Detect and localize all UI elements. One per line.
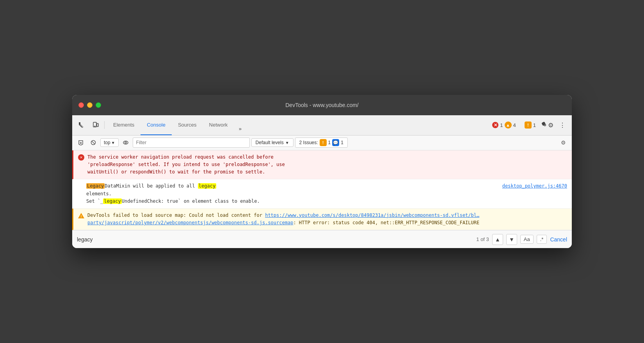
console-content: ✕ The service worker navigation preload … — [72, 150, 572, 230]
tab-bar: Elements Console Sources Network » — [107, 115, 246, 135]
default-levels-label: Default levels — [256, 140, 284, 145]
error-message: ✕ The service worker navigation preload … — [72, 150, 572, 180]
block-icon-button[interactable] — [88, 137, 99, 148]
clear-console-button[interactable] — [75, 137, 86, 148]
tab-console[interactable]: Console — [141, 115, 172, 135]
svg-point-9 — [125, 142, 126, 143]
error-message-text: The service worker navigation preload re… — [87, 154, 285, 175]
console-toolbar: top ▼ Default levels ▼ 2 Issues: ! 1 💬 1… — [72, 136, 572, 150]
settings-button[interactable]: ⚙ — [541, 119, 554, 131]
traffic-lights — [78, 102, 101, 108]
tab-network[interactable]: Network — [203, 115, 234, 135]
file-link[interactable]: desktop_polymer.js:4670 — [502, 182, 567, 190]
issues-chat-badge: 💬 — [332, 139, 339, 146]
match-case-button[interactable]: Aa — [520, 235, 534, 244]
issues-warning-count: 1 — [328, 140, 331, 145]
minimize-button[interactable] — [87, 102, 93, 108]
issue-icon: ! — [525, 121, 532, 129]
tab-sources[interactable]: Sources — [172, 115, 203, 135]
search-count: 1 of 3 — [476, 236, 489, 242]
default-levels-dropdown-icon: ▼ — [285, 141, 289, 145]
error-count-button[interactable]: ✕ 1 ▲ 4 — [489, 120, 519, 130]
issues-label: 2 Issues: — [299, 140, 318, 145]
highlight-legacy-orange: Legacy — [86, 183, 105, 189]
warning-message-body: DevTools failed to load source map: Coul… — [87, 212, 567, 227]
console-settings-button[interactable]: ⚙ — [558, 137, 569, 148]
search-bar: 1 of 3 ▲ ▼ Aa .* Cancel — [72, 230, 572, 248]
context-dropdown-icon: ▼ — [111, 141, 115, 145]
svg-line-7 — [92, 141, 95, 144]
maximize-button[interactable] — [96, 102, 101, 108]
filter-input[interactable] — [133, 138, 250, 148]
inspect-element-button[interactable] — [75, 119, 88, 131]
device-toolbar-button[interactable] — [89, 119, 102, 131]
issues-section: 2 Issues: ! 1 💬 1 — [295, 138, 348, 148]
cancel-search-button[interactable]: Cancel — [550, 236, 567, 243]
error-icon: ✕ — [492, 122, 498, 128]
highlight-legacy-yellow-2: legacy — [103, 198, 121, 204]
warning-message-icon: ! — [78, 213, 84, 219]
info-message-body: LegacyDataMixin will be applied to all l… — [86, 182, 567, 205]
highlight-legacy-yellow-1: legacy — [198, 183, 216, 189]
svg-rect-1 — [97, 123, 98, 127]
warning-message: ! DevTools failed to load source map: Co… — [72, 209, 572, 230]
eye-icon-button[interactable] — [120, 137, 131, 148]
window-title: DevTools - www.youtube.com/ — [285, 102, 359, 108]
close-button[interactable] — [78, 102, 84, 108]
title-bar: DevTools - www.youtube.com/ — [72, 95, 572, 115]
toolbar-right: ✕ 1 ▲ 4 ! 1 ⚙ ⋮ — [489, 119, 569, 131]
toolbar-divider — [104, 121, 105, 129]
issue-count-button[interactable]: ! 1 — [521, 120, 539, 130]
context-selector[interactable]: top ▼ — [100, 138, 119, 147]
issue-count: 1 — [533, 122, 536, 128]
issues-warning-badge: ! — [320, 139, 327, 146]
error-count: 1 — [500, 122, 503, 128]
search-next-button[interactable]: ▼ — [506, 234, 517, 245]
main-toolbar: Elements Console Sources Network » ✕ 1 ▲… — [72, 115, 572, 136]
search-input[interactable] — [77, 234, 473, 245]
warning-icon-badge: ▲ — [505, 121, 512, 129]
tab-elements[interactable]: Elements — [107, 115, 141, 135]
info-message-icon — [77, 183, 83, 189]
info-message: LegacyDataMixin will be applied to all l… — [72, 179, 572, 209]
svg-point-8 — [123, 141, 128, 144]
warning-count: 4 — [513, 122, 516, 128]
error-message-body: The service worker navigation preload re… — [87, 154, 567, 176]
default-levels-button[interactable]: Default levels ▼ — [251, 138, 294, 147]
more-tabs-button[interactable]: » — [234, 123, 246, 135]
devtools-window: DevTools - www.youtube.com/ Elements Con… — [72, 95, 572, 248]
error-message-icon: ✕ — [78, 154, 84, 161]
search-prev-button[interactable]: ▲ — [492, 234, 503, 245]
regex-button[interactable]: .* — [537, 235, 547, 244]
issues-chat-count: 1 — [341, 140, 343, 145]
customize-button[interactable]: ⋮ — [556, 119, 569, 131]
context-label: top — [104, 140, 110, 145]
